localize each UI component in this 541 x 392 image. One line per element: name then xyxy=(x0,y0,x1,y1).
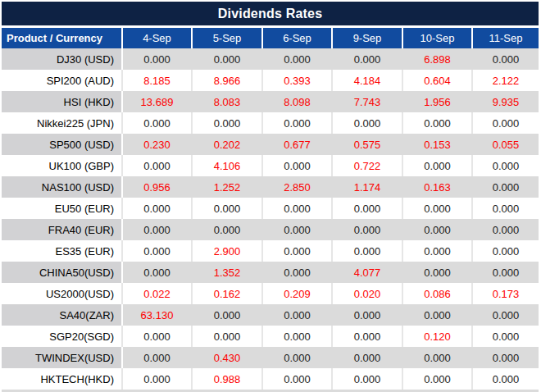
rate-cell: 0.020 xyxy=(331,283,402,304)
rate-cell: 4.106 xyxy=(191,155,261,176)
rate-cell: 0.000 xyxy=(121,219,191,240)
rate-cell: 0.000 xyxy=(471,198,539,219)
product-currency-header: Product / Currency xyxy=(2,28,121,48)
rate-cell: 0.000 xyxy=(402,198,471,219)
dividends-table: Product / Currency 4-Sep5-Sep6-Sep9-Sep1… xyxy=(2,28,539,390)
rate-cell: 1.252 xyxy=(191,176,261,198)
rate-cell: 0.163 xyxy=(402,176,471,198)
rate-cell: 0.393 xyxy=(261,70,331,91)
rate-cell: 0.230 xyxy=(121,134,191,155)
rate-cell: 2.850 xyxy=(261,176,331,198)
rate-cell: 0.162 xyxy=(191,283,261,304)
rate-cell: 2.122 xyxy=(471,70,539,91)
rate-cell: 1.956 xyxy=(402,91,471,112)
table-row: CHINA50(USD)0.0001.3520.0004.0770.0000.0… xyxy=(2,262,539,283)
rate-cell: 0.722 xyxy=(331,155,402,176)
rate-cell: 0.000 xyxy=(191,326,261,347)
rate-cell: 0.000 xyxy=(402,155,471,176)
rate-cell: 0.000 xyxy=(261,240,331,262)
rate-cell: 1.174 xyxy=(331,176,402,198)
row-label: FRA40 (EUR) xyxy=(2,219,121,240)
rate-cell: 0.000 xyxy=(471,240,539,262)
row-label: SA40(ZAR) xyxy=(2,304,121,326)
row-label: EU50 (EUR) xyxy=(2,198,121,219)
rate-cell: 0.000 xyxy=(331,112,402,134)
rate-cell: 8.966 xyxy=(191,70,261,91)
rate-cell: 0.000 xyxy=(191,198,261,219)
rate-cell: 8.083 xyxy=(191,91,261,112)
rate-cell: 0.000 xyxy=(121,262,191,283)
table-row: NAS100 (USD)0.9561.2522.8501.1740.1630.0… xyxy=(2,176,539,198)
rate-cell: 0.000 xyxy=(261,112,331,134)
date-column-header: 4-Sep xyxy=(121,28,191,48)
table-row: EU50 (EUR)0.0000.0000.0000.0000.0000.000 xyxy=(2,198,539,219)
row-label: SGP20(SGD) xyxy=(2,326,121,347)
rate-cell: 8.098 xyxy=(261,91,331,112)
rate-cell: 0.000 xyxy=(191,304,261,326)
rate-cell: 0.209 xyxy=(261,283,331,304)
rate-cell: 0.000 xyxy=(331,240,402,262)
rate-cell: 0.956 xyxy=(121,176,191,198)
dividends-rates-panel: Dividends Rates Product / Currency 4-Sep… xyxy=(0,0,541,392)
rate-cell: 0.000 xyxy=(121,48,191,70)
row-label: ES35 (EUR) xyxy=(2,240,121,262)
rate-cell: 0.000 xyxy=(402,368,471,390)
rate-cell: 0.000 xyxy=(121,368,191,390)
rate-cell: 0.153 xyxy=(402,134,471,155)
rate-cell: 0.000 xyxy=(261,347,331,368)
rate-cell: 0.000 xyxy=(121,326,191,347)
rate-cell: 8.185 xyxy=(121,70,191,91)
table-row: SP500 (USD)0.2300.2020.6770.5750.1530.05… xyxy=(2,134,539,155)
header-row: Product / Currency 4-Sep5-Sep6-Sep9-Sep1… xyxy=(2,28,539,48)
rate-cell: 0.000 xyxy=(402,112,471,134)
rate-cell: 0.000 xyxy=(121,240,191,262)
table-row: SA40(ZAR)63.1300.0000.0000.0000.0000.000 xyxy=(2,304,539,326)
row-label: SPI200 (AUD) xyxy=(2,70,121,91)
rate-cell: 0.000 xyxy=(471,112,539,134)
rate-cell: 0.000 xyxy=(331,219,402,240)
rate-cell: 0.000 xyxy=(261,262,331,283)
rate-cell: 0.000 xyxy=(331,347,402,368)
row-label: DJ30 (USD) xyxy=(2,48,121,70)
row-label: NAS100 (USD) xyxy=(2,176,121,198)
rate-cell: 9.935 xyxy=(471,91,539,112)
rate-cell: 4.184 xyxy=(331,70,402,91)
row-label: US2000(USD) xyxy=(2,283,121,304)
date-column-header: 5-Sep xyxy=(191,28,261,48)
rate-cell: 63.130 xyxy=(121,304,191,326)
rate-cell: 0.000 xyxy=(471,368,539,390)
rate-cell: 0.000 xyxy=(471,262,539,283)
rate-cell: 0.000 xyxy=(331,304,402,326)
table-row: HSI (HKD)13.6898.0838.0987.7431.9569.935 xyxy=(2,91,539,112)
table-row: Nikkei225 (JPN)0.0000.0000.0000.0000.000… xyxy=(2,112,539,134)
rate-cell: 0.000 xyxy=(191,48,261,70)
table-row: HKTECH(HKD)0.0000.9880.0000.0000.0000.00… xyxy=(2,368,539,390)
rate-cell: 0.000 xyxy=(191,219,261,240)
rate-cell: 0.022 xyxy=(121,283,191,304)
rate-cell: 0.000 xyxy=(331,326,402,347)
table-row: FRA40 (EUR)0.0000.0000.0000.0000.0000.00… xyxy=(2,219,539,240)
table-row: UK100 (GBP)0.0004.1060.0000.7220.0000.00… xyxy=(2,155,539,176)
rate-cell: 0.000 xyxy=(121,155,191,176)
rate-cell: 0.055 xyxy=(471,134,539,155)
table-title: Dividends Rates xyxy=(2,2,539,25)
row-label: HKTECH(HKD) xyxy=(2,368,121,390)
row-label: Nikkei225 (JPN) xyxy=(2,112,121,134)
rate-cell: 0.000 xyxy=(471,304,539,326)
rate-cell: 0.000 xyxy=(402,304,471,326)
rate-cell: 0.000 xyxy=(402,347,471,368)
table-row: TWINDEX(USD)0.0000.4300.0000.0000.0000.0… xyxy=(2,347,539,368)
rate-cell: 0.000 xyxy=(261,48,331,70)
rate-cell: 0.000 xyxy=(402,262,471,283)
table-row: US2000(USD)0.0220.1620.2090.0200.0860.17… xyxy=(2,283,539,304)
rate-cell: 0.000 xyxy=(471,48,539,70)
row-label: TWINDEX(USD) xyxy=(2,347,121,368)
rate-cell: 0.120 xyxy=(402,326,471,347)
rate-cell: 0.000 xyxy=(402,240,471,262)
rate-cell: 0.000 xyxy=(261,368,331,390)
rate-cell: 0.000 xyxy=(331,198,402,219)
rate-cell: 0.000 xyxy=(471,326,539,347)
rate-cell: 0.000 xyxy=(331,368,402,390)
table-row: DJ30 (USD)0.0000.0000.0000.0006.8980.000 xyxy=(2,48,539,70)
rate-cell: 0.173 xyxy=(471,283,539,304)
